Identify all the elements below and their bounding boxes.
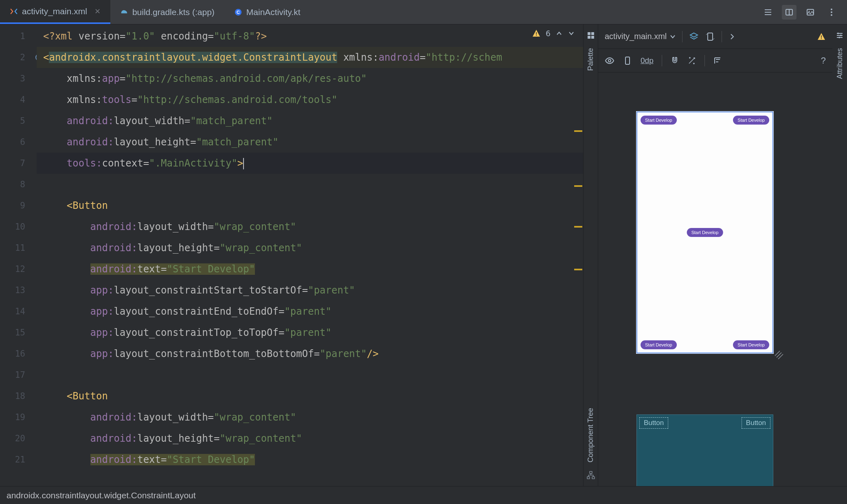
preview-button[interactable]: Start Develop	[733, 340, 769, 349]
design-canvas[interactable]: Start Develop Start Develop Start Develo…	[598, 72, 832, 486]
svg-rect-12	[591, 36, 594, 39]
attributes-label[interactable]: Attributes	[836, 48, 844, 79]
gutter-line[interactable]: 15	[0, 322, 37, 343]
gutter-line[interactable]: 11	[0, 237, 37, 259]
preview-button[interactable]: Start Develop	[641, 116, 677, 125]
resize-handle-icon[interactable]	[773, 349, 832, 486]
code-line[interactable]: android:layout_height="wrap_content"	[37, 428, 583, 449]
svg-rect-21	[625, 57, 630, 64]
svg-rect-17	[592, 477, 595, 479]
settings-icon[interactable]	[835, 31, 844, 40]
component-tree-icon[interactable]	[586, 471, 595, 480]
code-line[interactable]: android:layout_width="wrap_content"	[37, 407, 583, 428]
gutter-line[interactable]: 19	[0, 407, 37, 428]
warning-count[interactable]: 6	[546, 28, 551, 38]
gutter-line[interactable]: 10	[0, 216, 37, 237]
code-line[interactable]: android:layout_width="match_parent"	[37, 110, 583, 131]
more-icon[interactable]	[824, 5, 839, 20]
phone-preview[interactable]: Start Develop Start Develop Start Develo…	[636, 112, 773, 353]
preview-button[interactable]: Start Develop	[687, 228, 723, 237]
code-line[interactable]: app:layout_constraintBottom_toBottomOf="…	[37, 343, 583, 364]
orientation-icon[interactable]	[705, 32, 715, 42]
magnet-icon[interactable]	[670, 56, 679, 65]
gutter-line[interactable]: 16	[0, 343, 37, 364]
tab-activity-main[interactable]: activity_main.xml ✕	[0, 0, 110, 24]
design-view-icon[interactable]	[803, 5, 818, 20]
gutter-line[interactable]: 5	[0, 110, 37, 131]
code-line[interactable]: xmlns:app="http://schemas.android.com/ap…	[37, 68, 583, 89]
svg-text:C: C	[237, 9, 240, 14]
gutter-line[interactable]: 3	[0, 68, 37, 89]
palette-icon[interactable]	[586, 31, 595, 40]
code-line[interactable]: android:text="Start Develop"	[37, 449, 583, 470]
code-line[interactable]: tools:context=".MainActivity">	[37, 153, 583, 174]
code-line[interactable]: android:layout_height="wrap_content"	[37, 237, 583, 259]
gutter-line[interactable]: 13	[0, 280, 37, 301]
prev-highlight-icon[interactable]	[555, 30, 563, 37]
layers-icon[interactable]	[689, 32, 699, 42]
preview-button[interactable]: Start Develop	[733, 116, 769, 125]
gutter-line[interactable]: 18	[0, 386, 37, 407]
svg-rect-11	[591, 32, 594, 35]
gutter-line[interactable]: 9	[0, 195, 37, 216]
preview-button[interactable]: Start Develop	[641, 340, 677, 349]
right-rail: Attributes	[832, 24, 847, 486]
component-tree-label[interactable]: Component Tree	[586, 408, 595, 462]
tab-build-gradle[interactable]: build.gradle.kts (:app)	[110, 0, 224, 24]
zoom-value[interactable]: 0dp	[641, 56, 654, 65]
gutter-line[interactable]: 14	[0, 301, 37, 322]
code-line[interactable]: <?xml version="1.0" encoding="utf-8"?>	[37, 26, 583, 47]
warning-icon[interactable]: !	[532, 29, 541, 38]
code-line[interactable]: app:layout_constraintStart_toStartOf="pa…	[37, 280, 583, 301]
code-line[interactable]: app:layout_constraintEnd_toEndOf="parent…	[37, 301, 583, 322]
code-line[interactable]: android:layout_height="match_parent"	[37, 131, 583, 153]
breadcrumb[interactable]: androidx.constraintlayout.widget.Constra…	[7, 491, 196, 500]
gutter-line[interactable]: 4	[0, 89, 37, 110]
list-view-icon[interactable]	[761, 5, 775, 20]
svg-rect-14	[588, 36, 590, 39]
code-line[interactable]: android:layout_width="wrap_content"	[37, 216, 583, 237]
chevron-right-icon[interactable]	[729, 33, 736, 40]
device-icon[interactable]	[623, 56, 632, 66]
gutter-line[interactable]: 20	[0, 428, 37, 449]
svg-rect-18	[708, 33, 713, 40]
code-line[interactable]: app:layout_constraintTop_toTopOf="parent…	[37, 322, 583, 343]
gutter-line[interactable]: 8	[0, 174, 37, 195]
code-line[interactable]: <Button	[37, 386, 583, 407]
blueprint-button[interactable]: Button	[639, 417, 668, 429]
next-highlight-icon[interactable]	[568, 30, 575, 37]
marker-rail[interactable]	[577, 24, 583, 486]
caret	[243, 158, 244, 169]
palette-label[interactable]: Palette	[586, 48, 595, 71]
code-line[interactable]	[37, 174, 583, 195]
tab-label: MainActivity.kt	[246, 7, 301, 17]
close-icon[interactable]: ✕	[94, 7, 101, 16]
code-line[interactable]	[37, 364, 583, 386]
help-icon[interactable]: ?	[821, 55, 826, 66]
blueprint-preview[interactable]: Button Button	[636, 414, 773, 486]
gutter-line[interactable]: 21	[0, 449, 37, 470]
code-line[interactable]: xmlns:tools="http://schemas.android.com/…	[37, 89, 583, 110]
gutter-line[interactable]: 12	[0, 259, 37, 280]
gutter-line[interactable]: 6	[0, 131, 37, 153]
code-line[interactable]: <Button	[37, 195, 583, 216]
code-line[interactable]: <androidx.constraintlayout.widget.Constr…	[37, 47, 583, 68]
gutter-line[interactable]: 17	[0, 364, 37, 386]
gutter-line[interactable]: 2	[0, 47, 37, 68]
blueprint-button[interactable]: Button	[742, 417, 770, 429]
xml-file-icon	[10, 7, 18, 15]
design-filename[interactable]: activity_main.xml	[605, 32, 676, 41]
gutter-line[interactable]: 7	[0, 153, 37, 174]
code-line[interactable]: android:text="Start Develop"	[37, 259, 583, 280]
gutter-line[interactable]: 1	[0, 26, 37, 47]
code-editor[interactable]: 1 2 3 4 5 6 7 8 9 10 11 12 13 14 15	[0, 24, 583, 486]
warning-icon[interactable]: !	[817, 32, 826, 41]
eye-icon[interactable]	[605, 56, 614, 66]
svg-rect-15	[590, 471, 592, 473]
split-view-icon[interactable]	[782, 5, 797, 20]
wand-icon[interactable]	[687, 56, 696, 65]
tab-main-activity[interactable]: C MainActivity.kt	[224, 0, 310, 24]
svg-text:!: !	[821, 35, 822, 40]
align-icon[interactable]	[713, 56, 722, 65]
tab-bar: activity_main.xml ✕ build.gradle.kts (:a…	[0, 0, 847, 24]
